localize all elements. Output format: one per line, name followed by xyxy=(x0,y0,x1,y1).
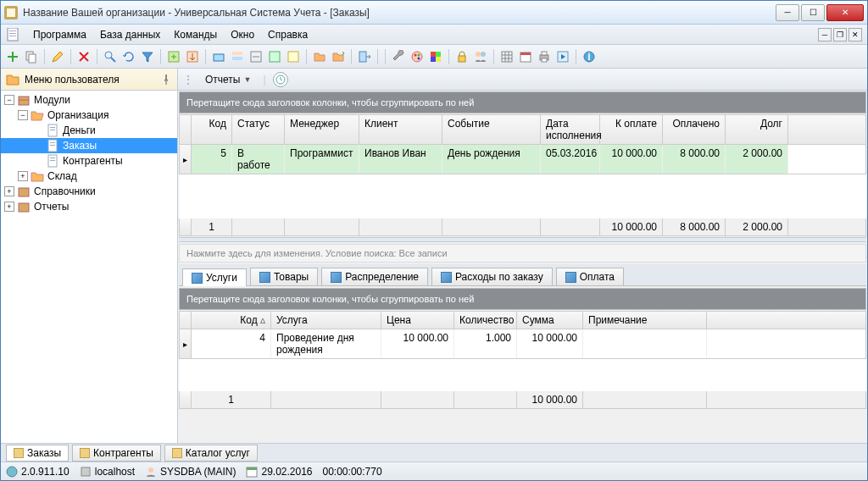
svg-point-19 xyxy=(415,53,417,56)
svg-text:i: i xyxy=(587,51,590,63)
tree-orders[interactable]: Заказы xyxy=(1,138,177,153)
tree-label: Контрагенты xyxy=(63,155,123,167)
folder-button[interactable] xyxy=(311,48,328,65)
tree-directories[interactable]: + Справочники xyxy=(1,184,177,199)
export-button[interactable] xyxy=(165,48,182,65)
tool-a[interactable] xyxy=(210,48,227,65)
btab-orders[interactable]: Заказы xyxy=(6,445,69,462)
page-icon xyxy=(46,124,59,137)
search-button[interactable] xyxy=(102,48,119,65)
tab-distribution[interactable]: Распределение xyxy=(321,268,428,285)
tool-b[interactable] xyxy=(229,48,246,65)
expander-icon[interactable]: − xyxy=(4,95,14,105)
reports-dropdown[interactable]: Отчеты ▼ xyxy=(200,72,256,87)
tool-exit[interactable] xyxy=(356,48,373,65)
tool-grid[interactable] xyxy=(498,48,515,65)
cell: 10 000.00 xyxy=(600,145,663,174)
col-qty[interactable]: Количество xyxy=(454,312,517,329)
window-title: Название Вашей организации - Универсальн… xyxy=(23,7,776,19)
col-paid[interactable]: Оплачено xyxy=(663,115,726,144)
expander-icon[interactable]: + xyxy=(4,186,14,196)
col-debt[interactable]: Долг xyxy=(726,115,788,144)
col-topay[interactable]: К оплате xyxy=(600,115,663,144)
expander-icon[interactable]: + xyxy=(4,202,14,212)
menu-commands[interactable]: Команды xyxy=(167,27,224,42)
tree-warehouse[interactable]: + Склад xyxy=(1,169,177,184)
group-by-bar[interactable]: Перетащите сюда заголовок колонки, чтобы… xyxy=(179,91,866,113)
col-date[interactable]: Дата исполнения xyxy=(541,115,600,144)
refresh-button[interactable] xyxy=(120,48,137,65)
horizontal-splitter[interactable] xyxy=(179,237,866,242)
mdi-close[interactable]: ✕ xyxy=(849,28,862,41)
menu-help[interactable]: Справка xyxy=(261,27,314,42)
import-button[interactable] xyxy=(184,48,201,65)
tool-folder2[interactable] xyxy=(330,48,347,65)
tool-d[interactable] xyxy=(266,48,283,65)
status-host: localhost xyxy=(80,466,135,478)
mdi-minimize[interactable]: ─ xyxy=(818,28,832,41)
col-status[interactable]: Статус xyxy=(232,115,285,144)
calendar-button[interactable] xyxy=(517,48,534,65)
close-button[interactable]: ✕ xyxy=(826,4,864,21)
tab-goods[interactable]: Товары xyxy=(250,268,318,285)
lock-button[interactable] xyxy=(453,48,470,65)
mdi-restore[interactable]: ❐ xyxy=(833,28,847,41)
edit-button[interactable] xyxy=(49,48,66,65)
menu-program[interactable]: Программа xyxy=(26,27,93,42)
tree-label: Заказы xyxy=(63,140,97,152)
menu-window[interactable]: Окно xyxy=(224,27,261,42)
tree-modules[interactable]: − Модули xyxy=(1,92,177,108)
reports-label: Отчеты xyxy=(205,74,240,86)
orders-row[interactable]: ▸ 5 В работе Программист Иванов Иван Ден… xyxy=(179,145,866,174)
tab-label: Оплата xyxy=(580,271,615,283)
tree-organization[interactable]: − Организация xyxy=(1,108,177,123)
col-note[interactable]: Примечание xyxy=(583,312,707,329)
col-client[interactable]: Клиент xyxy=(359,115,442,144)
tool-e[interactable] xyxy=(285,48,302,65)
tab-expenses[interactable]: Расходы по заказу xyxy=(431,268,553,285)
filter-button[interactable] xyxy=(139,48,156,65)
tree-money[interactable]: Деньги xyxy=(1,123,177,138)
col-sum[interactable]: Сумма xyxy=(517,312,583,329)
cell: 05.03.2016 xyxy=(541,145,600,174)
menu-database[interactable]: База данных xyxy=(93,27,167,42)
col-code[interactable]: Код xyxy=(192,115,232,144)
tree-reports[interactable]: + Отчеты xyxy=(1,199,177,214)
tool-color[interactable] xyxy=(427,48,444,65)
expander-icon[interactable]: − xyxy=(18,110,28,120)
pin-icon[interactable] xyxy=(160,74,172,86)
calendar-icon xyxy=(246,466,258,478)
tab-services[interactable]: Услуги xyxy=(182,268,247,286)
col-code[interactable]: Код Δ xyxy=(192,312,271,329)
svg-rect-52 xyxy=(81,467,90,476)
svg-rect-55 xyxy=(247,467,257,470)
maximize-button[interactable]: ☐ xyxy=(801,4,825,21)
col-manager[interactable]: Менеджер xyxy=(285,115,359,144)
expander-icon[interactable]: + xyxy=(18,171,28,181)
services-group-bar[interactable]: Перетащите сюда заголовок колонки, чтобы… xyxy=(179,288,866,310)
minimize-button[interactable]: ─ xyxy=(776,4,799,21)
col-event[interactable]: Событие xyxy=(442,115,541,144)
col-service[interactable]: Услуга xyxy=(271,312,381,329)
add-button[interactable] xyxy=(4,48,21,65)
info-button[interactable]: i xyxy=(581,48,598,65)
page-icon xyxy=(46,139,59,152)
play-button[interactable] xyxy=(554,48,571,65)
clock-button[interactable] xyxy=(273,72,288,87)
btab-catalog[interactable]: Каталог услуг xyxy=(164,445,258,462)
btab-counterparties[interactable]: Контрагенты xyxy=(72,445,161,462)
print-button[interactable] xyxy=(536,48,553,65)
users-button[interactable] xyxy=(472,48,489,65)
tool-palette[interactable] xyxy=(409,48,426,65)
copy-button[interactable] xyxy=(23,48,40,65)
tool-wrench[interactable] xyxy=(390,48,407,65)
tab-payment[interactable]: Оплата xyxy=(556,268,624,285)
search-condition-bar[interactable]: Нажмите здесь для изменения. Условие пои… xyxy=(179,244,866,263)
tool-c[interactable] xyxy=(248,48,264,65)
svg-rect-26 xyxy=(459,56,465,62)
delete-button[interactable] xyxy=(75,48,92,65)
tab-label: Расходы по заказу xyxy=(455,271,543,283)
services-row[interactable]: ▸ 4 Проведение дня рождения 10 000.00 1.… xyxy=(179,329,866,359)
col-price[interactable]: Цена xyxy=(381,312,454,329)
tree-counterparties[interactable]: Контрагенты xyxy=(1,153,177,169)
